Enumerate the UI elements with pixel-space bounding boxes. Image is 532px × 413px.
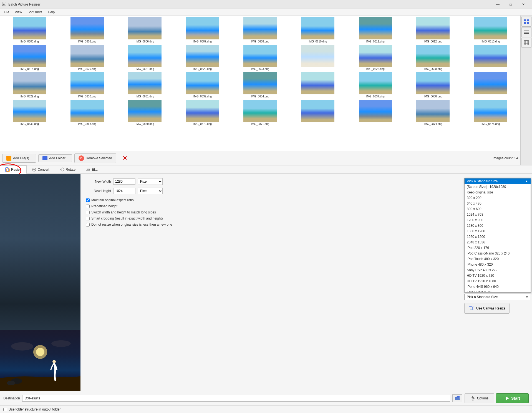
svg-rect-2	[524, 22, 526, 24]
height-unit-select[interactable]: Pixel Percent cm inch	[138, 188, 163, 194]
image-grid-container[interactable]: IMG_0603.dng IMG_0605.dng IMG_0606.dng I…	[0, 16, 520, 151]
image-cell[interactable]	[289, 44, 346, 71]
destination-folder-button[interactable]	[452, 394, 462, 402]
std-size-select[interactable]: Pick a Standard Size ▼	[464, 294, 531, 300]
image-cell[interactable]: IMG_0870.dng	[174, 99, 231, 126]
close-button[interactable]: ✕	[517, 0, 530, 9]
image-cell[interactable]: IMG_0610.dng	[289, 17, 346, 44]
image-cell[interactable]	[289, 72, 346, 99]
menu-help[interactable]: Help	[45, 10, 58, 15]
minimize-button[interactable]: —	[491, 0, 504, 9]
image-cell[interactable]: IMG_0874.dng	[405, 99, 462, 126]
image-cell[interactable]: IMG_0613.dng	[462, 17, 519, 44]
delete-button[interactable]: ✕	[118, 153, 131, 163]
tab-convert[interactable]: Convert	[27, 165, 55, 173]
dropdown-item-iphone480[interactable]: iPhone 480 x 320	[465, 262, 531, 267]
dropdown-item-hdtv1080[interactable]: HD TV 1920 x 1080	[465, 278, 531, 284]
maximize-button[interactable]: □	[504, 0, 517, 9]
canvas-resize-button[interactable]: Use Canvas Resize	[464, 303, 510, 314]
dropdown-item-keeporig[interactable]: Keep original size	[465, 190, 531, 195]
tab-rotate[interactable]: Rotate	[55, 165, 81, 173]
image-cell[interactable]: IMG_0638.dng	[405, 72, 462, 99]
new-height-input[interactable]	[113, 188, 135, 194]
image-cell[interactable]: IMG_0611.dng	[347, 17, 404, 44]
image-cell[interactable]	[289, 99, 346, 126]
add-folder-button[interactable]: Add Folder...	[38, 154, 72, 162]
dropdown-item-1200x900[interactable]: 1200 x 900	[465, 217, 531, 223]
preview-scene	[0, 330, 80, 391]
dropdown-item-2048x1536[interactable]: 2048 x 1536	[465, 240, 531, 245]
image-cell[interactable]: IMG_0869.dng	[116, 99, 173, 126]
image-cell[interactable]: IMG_0629.dng	[1, 72, 58, 99]
image-cell[interactable]: IMG_0632.dng	[174, 72, 231, 99]
image-cell[interactable]	[462, 72, 519, 99]
image-label: IMG_0622.dng	[193, 67, 212, 70]
svg-rect-6	[524, 33, 529, 34]
image-cell[interactable]: IMG_0608.dng	[232, 17, 289, 44]
new-width-input[interactable]	[113, 178, 135, 185]
dropdown-item-ipodtouch[interactable]: iPod Touch 480 x 320	[465, 256, 531, 262]
destination-input[interactable]	[22, 395, 450, 402]
tab-effects[interactable]: Ef...	[81, 165, 103, 173]
dropdown-item-800x600[interactable]: 800 x 600	[465, 206, 531, 212]
image-cell[interactable]: IMG_0639.dng	[1, 99, 58, 126]
menu-softorbits[interactable]: SoftOrbits	[25, 10, 45, 15]
maintain-ratio-checkbox[interactable]	[86, 198, 90, 202]
calendar-view-button[interactable]	[521, 38, 531, 48]
image-cell[interactable]: IMG_0612.dng	[405, 17, 462, 44]
dropdown-item-1920x1200[interactable]: 1920 x 1200	[465, 234, 531, 240]
tab-resize[interactable]: Resize	[0, 165, 27, 174]
add-files-button[interactable]: Add File(s)...	[2, 154, 36, 163]
predefined-height-checkbox[interactable]	[86, 205, 90, 208]
dropdown-item-ipod220[interactable]: iPod 220 x 176	[465, 245, 531, 251]
dropdown-item-ipodclassic[interactable]: iPod Classic/Nano 320 x 240	[465, 251, 531, 256]
use-folder-structure-checkbox[interactable]	[3, 408, 7, 411]
image-cell[interactable]: IMG_0868.dng	[59, 99, 116, 126]
image-cell[interactable]: IMG_0623.dng	[232, 44, 289, 71]
grid-view-button[interactable]	[521, 17, 531, 27]
image-cell[interactable]: IMG_0606.dng	[116, 17, 173, 44]
image-cell[interactable]: IMG_0622.dng	[174, 44, 231, 71]
dropdown-item-screen[interactable]: [Screen Size] - 1920x1080	[465, 184, 531, 190]
dropdown-item-sonypsp[interactable]: Sony PSP 480 x 272	[465, 267, 531, 273]
image-cell[interactable]: IMG_0614.dng	[1, 44, 58, 71]
dropdown-header-item[interactable]: Pick a Standard Size ▲	[465, 178, 531, 184]
image-cell[interactable]: IMG_0631.dng	[116, 72, 173, 99]
switch-wh-checkbox[interactable]	[86, 211, 90, 214]
options-button[interactable]: Options	[465, 393, 494, 403]
no-upscale-checkbox[interactable]	[86, 223, 90, 226]
image-cell[interactable]: IMG_0626.dng	[347, 44, 404, 71]
resize-tab-icon	[5, 167, 10, 172]
dropdown-item-640x480[interactable]: 640 x 480	[465, 201, 531, 206]
menu-view[interactable]: View	[12, 10, 25, 15]
dropdown-item-iphone4s[interactable]: iPone 4/4S 960 x 640	[465, 284, 531, 289]
image-cell[interactable]: IMG_0634.dng	[232, 72, 289, 99]
image-cell[interactable]: IMG_0871.dng	[232, 99, 289, 126]
width-unit-select[interactable]: Pixel Percent cm inch	[138, 178, 163, 185]
image-cell[interactable]: IMG_0637.dng	[347, 72, 404, 99]
dropdown-scroll-area[interactable]: [Screen Size] - 1920x1080 Keep original …	[465, 184, 531, 292]
image-cell[interactable]: IMG_0630.dng	[59, 72, 116, 99]
dropdown-item-hdtv720[interactable]: HD TV 1920 x 720	[465, 273, 531, 278]
start-button[interactable]: Start	[496, 393, 529, 403]
image-cell[interactable]: IMG_0620.dng	[59, 44, 116, 71]
dropdown-item-email[interactable]: Email 1024 x 768	[465, 289, 531, 292]
image-cell[interactable]	[347, 99, 404, 126]
svg-rect-3	[527, 22, 529, 24]
image-cell[interactable]: IMG_0603.dng	[1, 17, 58, 44]
list-view-button[interactable]	[521, 27, 531, 37]
menu-file[interactable]: File	[1, 10, 12, 15]
smart-crop-checkbox[interactable]	[86, 217, 90, 220]
image-cell[interactable]: IMG_0607.dng	[174, 17, 231, 44]
dropdown-item-1600x1200[interactable]: 1600 x 1200	[465, 228, 531, 234]
image-cell[interactable]: IMG_0621.dng	[116, 44, 173, 71]
remove-selected-button[interactable]: ↺ Remove Selected	[74, 153, 116, 163]
dropdown-item-320x200[interactable]: 320 x 200	[465, 195, 531, 201]
image-cell[interactable]: IMG_0605.dng	[59, 17, 116, 44]
image-cell[interactable]: IMG_0628.dng	[405, 44, 462, 71]
image-cell[interactable]	[462, 44, 519, 71]
dropdown-item-1024x768[interactable]: 1024 x 768	[465, 212, 531, 217]
dropdown-item-1280x800[interactable]: 1280 x 800	[465, 223, 531, 228]
image-cell[interactable]: IMG_0875.dng	[462, 99, 519, 126]
svg-rect-7	[524, 41, 529, 45]
